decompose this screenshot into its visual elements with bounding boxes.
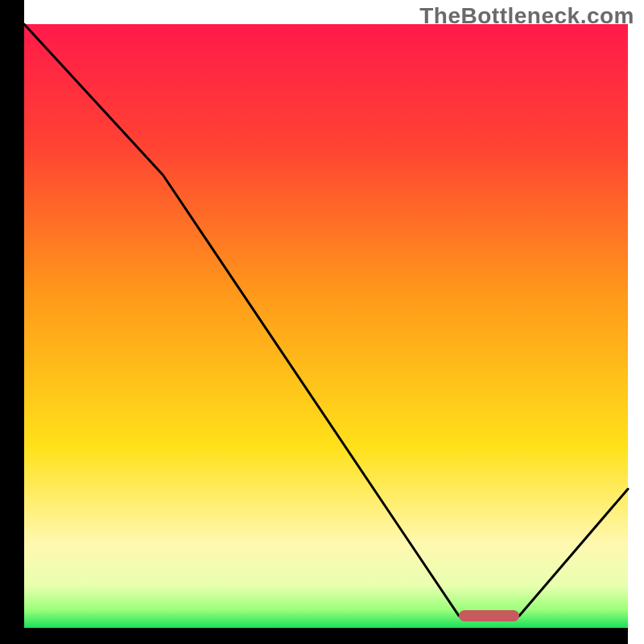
- plot-background: [24, 24, 628, 628]
- watermark-text: TheBottleneck.com: [419, 3, 634, 29]
- y-axis: [0, 0, 24, 644]
- optimal-marker: [459, 610, 519, 621]
- chart-container: TheBottleneck.com: [0, 0, 644, 644]
- chart-svg: [0, 0, 644, 644]
- x-axis: [0, 628, 628, 644]
